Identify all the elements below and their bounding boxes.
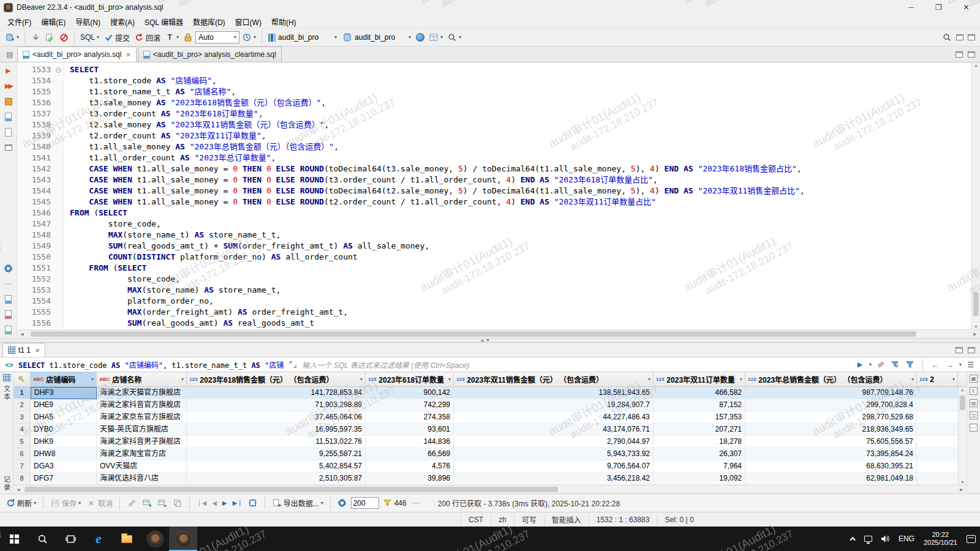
scroll-right-icon[interactable]: ▶ — [957, 485, 967, 493]
code-line[interactable]: 1555 MAX(order_freight_amt) AS order_fre… — [17, 307, 980, 318]
code-line[interactable]: 1542 CASE WHEN t1.all_sale_money = 0 THE… — [17, 163, 980, 174]
grid-settings-button[interactable] — [336, 497, 349, 509]
tray-chevron-icon[interactable] — [847, 527, 860, 551]
column-header-5[interactable]: 1232023年双11销售金额（元） （包含运费）▾ — [454, 372, 654, 386]
code-line[interactable]: 1535 t1.store_name_t_t AS "店铺名称", — [17, 86, 980, 97]
menu-item-8[interactable]: 帮助(H) — [266, 15, 301, 28]
refresh-button[interactable]: 刷新 ▾ — [4, 497, 38, 509]
column-filter-icon[interactable]: ▾ — [911, 377, 914, 382]
column-header-8[interactable]: 1232▾ — [917, 372, 958, 386]
grid-cell[interactable]: 海澜之家淘宝官方店 — [97, 448, 187, 460]
tray-volume-icon[interactable] — [876, 527, 894, 551]
code-line[interactable]: 1547 store_code, — [17, 219, 980, 230]
column-header-1[interactable]: ABC店铺编码▾ — [31, 372, 97, 386]
results-tab-t1[interactable]: t1 1 ✕ — [2, 343, 45, 357]
grid-view-icon[interactable] — [3, 374, 10, 381]
grid-cell[interactable]: 7,964 — [654, 460, 745, 473]
edit-filter-icon[interactable] — [890, 359, 901, 370]
grid-cell[interactable]: 207,271 — [654, 424, 745, 436]
grid-cell[interactable]: DHF3 — [31, 387, 97, 399]
status-caret-position[interactable]: 1532 : 1 : 63883 — [589, 515, 657, 525]
code-line[interactable]: 1551 FROM (SELECT — [17, 263, 980, 274]
row-number[interactable]: 6 — [13, 448, 31, 460]
grid-cell[interactable]: 71,903,298.89 — [187, 399, 366, 411]
log-doc-icon[interactable] — [3, 127, 13, 137]
add-row-button[interactable] — [140, 497, 154, 509]
delete-row-button[interactable] — [156, 497, 169, 509]
grid-cell[interactable]: 海澜之家抖音官方旗舰店 — [97, 399, 187, 411]
connection-select[interactable]: audit_bi_pro ▾ — [266, 31, 339, 43]
column-header-3[interactable]: 1232023年618销售金额（元） （包含运费）▾ — [187, 372, 366, 386]
apply-filter-icon[interactable]: ▶ — [854, 359, 865, 370]
fold-marker-icon[interactable]: − — [54, 64, 64, 75]
grid-cell[interactable]: 11,513,022.76 — [187, 436, 366, 448]
scrollbar-thumb[interactable] — [960, 395, 965, 410]
code-line[interactable]: 1556 SUM(real_goods_amt) AS real_goods_a… — [17, 318, 980, 329]
grid-cell[interactable]: 62,981,049.18 — [745, 473, 917, 485]
grid-cell[interactable]: 9,706,564.07 — [454, 460, 654, 473]
grid-cell[interactable]: DHA5 — [31, 411, 97, 424]
grid-row-8[interactable]: 8DFG7海澜优选抖音八店2,510,305.8739,8963,456,218… — [13, 473, 967, 485]
grid-cell[interactable]: 18,278 — [654, 436, 745, 448]
grid-cell[interactable]: 19,284,907.7 — [454, 399, 654, 411]
column-header-7[interactable]: 1232023年总销售金额（元） （包含运费）▾ — [745, 372, 917, 386]
column-filter-icon[interactable]: ▾ — [181, 377, 184, 382]
grid-cell[interactable]: 44,227,486.43 — [454, 411, 654, 424]
column-header-4[interactable]: 1232023年618订单数量▾ — [366, 372, 454, 386]
chevron-down-icon[interactable]: ▾ — [959, 362, 962, 367]
code-line[interactable]: 1537 t3.order_count AS "2023年618订单数量", — [17, 108, 980, 119]
export-doc-icon[interactable] — [3, 294, 13, 304]
maximize-button[interactable]: ❐ — [925, 0, 952, 15]
grid-cell[interactable]: DHK9 — [31, 436, 97, 448]
lock-button[interactable] — [181, 31, 195, 43]
minimize-panel-button[interactable] — [966, 33, 977, 42]
grid-row-5[interactable]: 5DHK9海澜之家抖音男子旗舰店11,513,022.76144,8362,79… — [13, 436, 967, 448]
grid-row-1[interactable]: 1DHF3海澜之家天猫官方旗舰店141,728,853.84900,142138… — [13, 387, 967, 399]
commit-button[interactable]: 提交 — [102, 31, 132, 44]
code-line[interactable]: 1548 MAX(store_name_t) AS store_name_t_t… — [17, 230, 980, 241]
last-row-button[interactable]: ▶❘ — [231, 498, 244, 508]
grid-cell[interactable]: 466,582 — [654, 387, 745, 399]
code-line[interactable]: 1539 t2.order_count AS "2023年双11订单数量", — [17, 130, 980, 141]
results-tab-close-icon[interactable]: ✕ — [35, 347, 40, 354]
grid-cell[interactable]: 海澜优选抖音八店 — [97, 473, 187, 485]
explain-plan-icon[interactable] — [3, 96, 13, 107]
grid-row-3[interactable]: 3DHA5海澜之家京东官方旗舰店37,465,064.06274,35844,2… — [13, 411, 967, 424]
row-number[interactable]: 4 — [13, 424, 31, 436]
tab-analysis-sql[interactable]: <audit_bi_pro> analysis.sql ✕ — [17, 47, 137, 62]
minimize-button[interactable]: ─ — [897, 0, 925, 15]
maximize-view-icon[interactable] — [968, 51, 975, 58]
scroll-up-icon[interactable]: ▲ — [959, 388, 967, 392]
row-limit-indicator[interactable]: 446 — [381, 497, 409, 509]
grid-cell[interactable]: 海澜之家京东官方旗舰店 — [97, 411, 187, 424]
cancel-button[interactable]: ✕ 取消 — [85, 497, 115, 509]
scroll-down-icon[interactable]: ▼ — [959, 480, 967, 484]
ie-taskbar-icon[interactable]: e — [85, 527, 113, 551]
script-doc-icon[interactable] — [3, 111, 13, 122]
grid-cell[interactable]: 138,581,943.65 — [454, 387, 654, 399]
filter-icon[interactable] — [905, 359, 916, 370]
grid-cell[interactable]: 66,569 — [366, 448, 454, 460]
transaction-mode-button[interactable]: T ▾ — [163, 31, 181, 43]
overflow-menu-icon[interactable]: ⋯ — [410, 498, 421, 509]
grid-cell[interactable]: 海澜之家抖音男子旗舰店 — [97, 436, 187, 448]
grid-cell[interactable]: 144,836 — [366, 436, 454, 448]
menu-item-3[interactable]: 导航(N) — [70, 15, 105, 28]
grid-row-6[interactable]: 6DHW8海澜之家淘宝官方店9,255,587.2166,5695,943,73… — [13, 448, 967, 460]
output-panel-icon[interactable] — [3, 142, 13, 152]
grid-cell[interactable]: 742,299 — [366, 399, 454, 411]
menu-item-6[interactable]: 数据库(D) — [188, 15, 230, 28]
quick-search-button[interactable] — [940, 31, 954, 43]
row-number[interactable]: 5 — [13, 436, 31, 448]
grid-cell[interactable]: 93,601 — [366, 424, 454, 436]
save-doc-icon[interactable] — [3, 324, 13, 335]
duplicate-row-button[interactable] — [171, 497, 184, 509]
code-line[interactable]: 1544 CASE WHEN t1.all_sale_money = 0 THE… — [17, 186, 980, 197]
column-filter-icon[interactable]: ▾ — [91, 377, 94, 382]
forward-arrow-icon[interactable]: → — [944, 359, 956, 370]
scrollbar-thumb[interactable] — [31, 331, 916, 337]
grid-cell[interactable]: 16,995,597.35 — [187, 424, 366, 436]
fetch-size-input[interactable] — [351, 497, 379, 509]
scrollbar-thumb[interactable] — [973, 292, 979, 316]
code-line[interactable]: 1540 t1.all_sale_money AS "2023年总销售金额（元）… — [17, 141, 980, 152]
